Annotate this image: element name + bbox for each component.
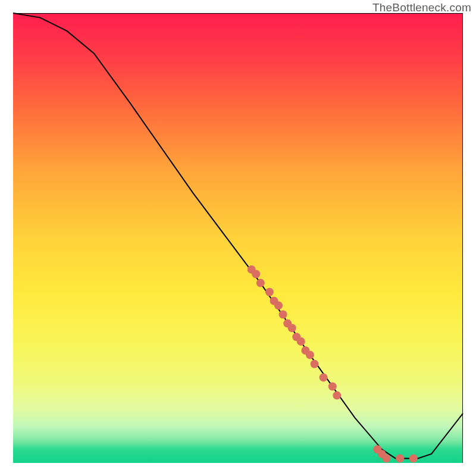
chart-overlay-svg xyxy=(13,13,463,463)
scatter-point xyxy=(306,351,314,359)
scatter-point xyxy=(311,360,319,368)
scatter-point xyxy=(409,454,418,462)
bottleneck-chart: TheBottleneck.com xyxy=(0,0,476,476)
scatter-point xyxy=(320,373,328,381)
scatter-point xyxy=(265,288,274,296)
scatter-point xyxy=(256,279,265,287)
bottleneck-curve xyxy=(13,13,463,458)
scatter-point xyxy=(383,454,391,462)
scatter-points-group xyxy=(248,265,418,463)
scatter-point xyxy=(288,324,296,332)
scatter-point xyxy=(297,337,305,346)
scatter-point xyxy=(252,270,260,278)
scatter-point xyxy=(333,392,341,400)
scatter-point xyxy=(279,311,287,319)
scatter-point xyxy=(396,454,404,462)
scatter-point xyxy=(274,301,283,309)
watermark-label: TheBottleneck.com xyxy=(372,1,471,14)
scatter-point xyxy=(328,383,337,391)
